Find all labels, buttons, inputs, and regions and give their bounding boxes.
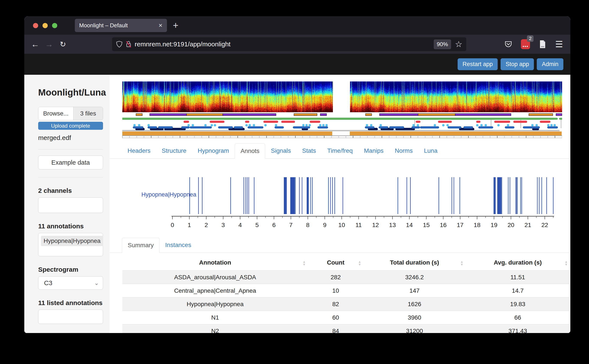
axis-tick-label: 3 xyxy=(221,222,225,228)
browser-window: Moonlight – Default ✕ + ← → ↻ remnrem.ne… xyxy=(24,16,570,333)
sort-icon[interactable]: ▲▼ xyxy=(460,260,463,266)
upload-progress-bar: Upload complete xyxy=(38,122,103,130)
main-tabs: HeadersStructureHypnogramAnnotsSignalsSt… xyxy=(110,143,570,159)
browse-button[interactable]: Browse... xyxy=(38,107,73,120)
close-window-button[interactable] xyxy=(33,23,38,28)
hypnogram-stage-track xyxy=(122,119,331,129)
axis-tick-label: 13 xyxy=(389,222,396,228)
listed-annotations-select[interactable] xyxy=(38,310,103,324)
table-header-row: Annotation▲▼Count▲▼Total duration (s)▲▼A… xyxy=(122,256,570,271)
axis-tick-label: 14 xyxy=(406,222,413,228)
table-cell: 1626 xyxy=(364,298,466,311)
axis-tick-label: 22 xyxy=(542,222,548,228)
insecure-lock-icon[interactable] xyxy=(126,40,132,48)
column-label: Total duration (s) xyxy=(390,259,439,266)
spectrogram-left[interactable] xyxy=(122,81,333,112)
table-cell: 147 xyxy=(364,284,466,298)
sort-icon[interactable]: ▲▼ xyxy=(303,260,306,266)
table-cell: Central_apnea|Central_Apnea xyxy=(122,284,308,298)
table-row: ASDA_arousal|Arousal_ASDA2823246.211.51 xyxy=(122,271,570,284)
summary-table: Annotation▲▼Count▲▼Total duration (s)▲▼A… xyxy=(122,256,570,333)
annotation-segment-track xyxy=(136,114,327,116)
annotation-segment-track xyxy=(365,114,562,116)
listed-annotations-heading: 11 listed annotations xyxy=(38,299,103,307)
hour-axis: 012345678910111213141516171819202122 xyxy=(171,216,554,228)
app-title: Moonlight/Luna xyxy=(38,87,103,98)
table-cell: 3246.2 xyxy=(364,271,466,284)
axis-tick-label: 17 xyxy=(457,222,463,228)
axis-tick-label: 9 xyxy=(323,222,327,228)
sort-icon[interactable]: ▲▼ xyxy=(564,260,568,266)
tab-annots[interactable]: Annots xyxy=(235,143,265,159)
table-cell: Hypopnea|Hypopnea xyxy=(122,298,308,311)
table-cell: N2 xyxy=(122,324,308,333)
main-panel: HeadersStructureHypnogramAnnotsSignalsSt… xyxy=(110,75,570,333)
stop-app-button[interactable]: Stop app xyxy=(501,58,534,70)
menu-icon[interactable]: ☰ xyxy=(555,39,563,49)
tab-time-freq[interactable]: Time/freq xyxy=(322,143,358,159)
zoom-window-button[interactable] xyxy=(52,23,57,28)
table-cell: N1 xyxy=(122,311,308,324)
column-header-annotation[interactable]: Annotation▲▼ xyxy=(122,256,308,271)
window-controls[interactable] xyxy=(33,23,57,28)
new-tab-button[interactable]: + xyxy=(173,19,179,31)
tab-manips[interactable]: Manips xyxy=(358,143,389,159)
table-cell: 282 xyxy=(308,271,364,284)
column-label: Count xyxy=(327,259,344,266)
channels-heading: 2 channels xyxy=(38,187,103,194)
spectrogram-right[interactable] xyxy=(350,81,562,112)
axis-tick-label: 5 xyxy=(255,222,259,228)
annotation-plot[interactable]: Hypopnea|Hypopnea01234567891011121314151… xyxy=(122,174,570,231)
signal-viewer[interactable] xyxy=(122,81,562,138)
table-cell: ASDA_arousal|Arousal_ASDA xyxy=(122,271,308,284)
shield-icon[interactable] xyxy=(116,40,123,48)
table-cell: 82 xyxy=(308,298,364,311)
minimize-window-button[interactable] xyxy=(42,23,48,28)
browser-tab[interactable]: Moonlight – Default ✕ xyxy=(75,19,167,32)
column-header-count[interactable]: Count▲▼ xyxy=(308,256,364,271)
forward-icon[interactable]: → xyxy=(42,40,56,49)
channels-select[interactable] xyxy=(38,197,103,213)
tab-hypnogram[interactable]: Hypnogram xyxy=(192,143,235,159)
url-text[interactable]: remnrem.net:9191/app/moonlight xyxy=(135,40,434,48)
hypnogram-tracks[interactable] xyxy=(122,113,562,138)
column-label: Annotation xyxy=(199,259,231,266)
restart-app-button[interactable]: Restart app xyxy=(457,58,498,70)
tab-signals[interactable]: Signals xyxy=(265,143,297,159)
password-extension-icon[interactable]: ••• 2 xyxy=(521,39,530,49)
axis-tick-label: 4 xyxy=(238,222,242,228)
reload-icon[interactable]: ↻ xyxy=(56,40,70,49)
table-cell: 11.51 xyxy=(466,271,570,284)
table-cell: 31200 xyxy=(364,324,466,333)
tab-norms[interactable]: Norms xyxy=(389,143,418,159)
table-cell: 19.83 xyxy=(466,298,570,311)
axis-tick-label: 8 xyxy=(306,222,310,228)
bookmark-star-icon[interactable]: ☆ xyxy=(455,39,462,49)
document-icon[interactable] xyxy=(539,40,547,49)
admin-button[interactable]: Admin xyxy=(537,58,563,70)
annotations-heading: 11 annotations xyxy=(38,222,103,230)
back-icon[interactable]: ← xyxy=(28,40,42,49)
table-cell: 14.7 xyxy=(466,284,570,298)
tab-headers[interactable]: Headers xyxy=(122,143,156,159)
file-upload-control[interactable]: Browse... 3 files xyxy=(38,107,103,120)
example-data-button[interactable]: Example data xyxy=(38,156,103,169)
axis-tick-label: 20 xyxy=(508,222,514,228)
zoom-level-chip[interactable]: 90% xyxy=(434,39,451,49)
column-header-avg-duration-s-[interactable]: Avg. duration (s)▲▼ xyxy=(466,256,570,271)
pocket-icon[interactable] xyxy=(504,40,512,48)
url-bar[interactable]: remnrem.net:9191/app/moonlight 90% ☆ xyxy=(112,37,466,51)
annotation-chip[interactable]: Hypopnea|Hypopnea xyxy=(41,236,103,246)
app-header: Restart appStop appAdmin xyxy=(24,54,570,75)
tab-stats[interactable]: Stats xyxy=(297,143,322,159)
subtab-instances[interactable]: Instances xyxy=(160,238,197,253)
annotations-select[interactable]: Hypopnea|Hypopnea xyxy=(38,233,103,256)
close-tab-icon[interactable]: ✕ xyxy=(156,23,163,29)
spectrogram-channel-select[interactable]: C3 ⌄ xyxy=(38,276,103,290)
tab-luna[interactable]: Luna xyxy=(418,143,443,159)
subtab-summary[interactable]: Summary xyxy=(122,238,160,253)
sort-icon[interactable]: ▲▼ xyxy=(358,260,361,266)
tab-structure[interactable]: Structure xyxy=(156,143,192,159)
axis-tick-label: 6 xyxy=(272,222,276,228)
column-header-total-duration-s-[interactable]: Total duration (s)▲▼ xyxy=(364,256,466,271)
